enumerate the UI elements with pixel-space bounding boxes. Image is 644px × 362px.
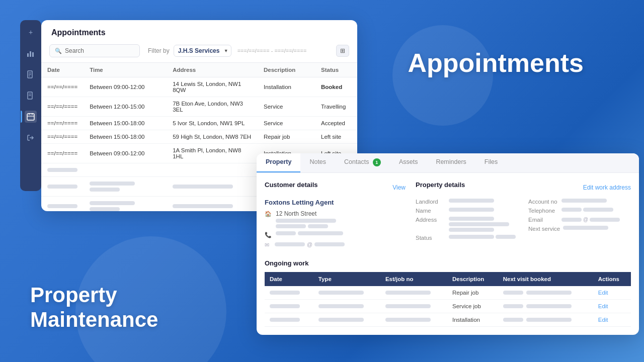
customer-address-row: 🏠 12 North Street [265, 210, 406, 228]
prop-next-service-row: Next service [528, 226, 631, 232]
cell-address: 59 High St, London, NW8 7EH [167, 130, 258, 144]
search-box[interactable]: 🔍 Search [49, 44, 140, 57]
ongoing-type [313, 313, 380, 327]
cell-address: 5 Ivor St, London, NW1 9PL [167, 117, 258, 130]
tab-notes[interactable]: Notes [300, 153, 335, 172]
customer-section: Customer details View Foxtons Letting Ag… [265, 181, 406, 251]
cell-time [84, 177, 167, 197]
status-a [449, 235, 494, 239]
ongoing-table-row: Repair job Edit [265, 286, 631, 300]
detail-body: Customer details View Foxtons Letting Ag… [257, 173, 639, 259]
customer-section-title: Customer details [265, 181, 317, 189]
ongoing-table: Date Type Est/job no Description Next vi… [265, 272, 631, 327]
cell-address: 1A Smith Pl, London, NW8 1HL [167, 144, 258, 163]
hero-line1: Property [30, 283, 158, 307]
phone-a [276, 231, 296, 235]
filter-wrapper[interactable]: J.H.S Services ▼ [174, 45, 231, 57]
cell-time [84, 163, 167, 177]
cell-address: 7B Eton Ave, London, NW3 3EL [167, 97, 258, 117]
sidebar-icon-plus[interactable]: + [25, 26, 37, 38]
ongoing-desc: Installation [447, 313, 498, 327]
prop-email-row: Email @ [528, 217, 631, 223]
ongoing-next [498, 286, 593, 300]
col-address: Address [167, 63, 258, 77]
detail-panel: Property Notes Contacts 1 Assets Reminde… [257, 153, 639, 335]
grid-view-button[interactable]: ⊞ [336, 45, 349, 57]
cell-date: ==/==/==== [41, 117, 84, 130]
svg-rect-10 [27, 114, 34, 120]
property-details-grid: Landlord Account no Name [416, 199, 631, 241]
cell-date [41, 177, 84, 197]
sidebar-icon-file[interactable] [25, 89, 37, 102]
tab-assets[interactable]: Assets [390, 153, 427, 172]
landlord-value [449, 199, 494, 203]
cell-time: Between 15:00-18:00 [84, 130, 167, 144]
ongoing-next [498, 300, 593, 313]
sidebar-icon-chart[interactable] [25, 47, 37, 59]
ongoing-type [313, 286, 380, 300]
svg-rect-0 [27, 53, 29, 57]
col-status: Status [315, 63, 357, 77]
ongoing-col-desc: Description [447, 272, 498, 286]
prop-name-row: Name [416, 208, 518, 214]
prop-status-row: Status [416, 235, 518, 241]
sidebar-icon-document[interactable] [25, 68, 37, 80]
account-no-label: Account no [528, 199, 558, 205]
table-row[interactable]: ==/==/==== Between 15:00-18:00 59 High S… [41, 130, 357, 144]
prop-telephone-row: Telephone [528, 208, 631, 214]
ongoing-action[interactable]: Edit [593, 313, 631, 327]
filter-select[interactable]: J.H.S Services [174, 45, 231, 57]
cell-date: ==/==/==== [41, 77, 84, 97]
tab-property[interactable]: Property [257, 153, 300, 172]
customer-view-link[interactable]: View [392, 184, 406, 191]
ongoing-action[interactable]: Edit [593, 286, 631, 300]
property-section-title: Property details [416, 181, 465, 189]
ongoing-action[interactable]: Edit [593, 300, 631, 313]
cell-status: Travelling [315, 97, 357, 117]
cell-date: ==/==/==== [41, 130, 84, 144]
name-label: Name [416, 208, 446, 214]
ongoing-est [380, 300, 447, 313]
cell-desc: Installation [258, 77, 315, 97]
tab-reminders[interactable]: Reminders [427, 153, 475, 172]
table-row[interactable]: ==/==/==== Between 12:00-15:00 7B Eton A… [41, 97, 357, 117]
addr-b [449, 222, 509, 226]
table-row[interactable]: ==/==/==== Between 09:00-12:00 14 Lewis … [41, 77, 357, 97]
ongoing-col-next: Next visit booked [498, 272, 593, 286]
appointments-heading: Appointments [408, 48, 584, 78]
account-value [561, 199, 607, 203]
customer-email-row: ✉ @ [265, 241, 406, 248]
phone-b [298, 231, 343, 235]
table-header-row: Date Time Address Description Status [41, 63, 357, 77]
search-icon: 🔍 [55, 48, 62, 54]
address-line2-placeholder [276, 219, 336, 223]
address-line3-a [276, 224, 306, 228]
hero-line2: Maintenance [30, 308, 158, 332]
search-text: Search [65, 47, 84, 54]
customer-name: Foxtons Letting Agent [265, 199, 406, 206]
cell-time: Between 09:00-12:00 [84, 77, 167, 97]
ongoing-date [265, 286, 313, 300]
svg-rect-2 [32, 52, 34, 57]
prop-landlord-row: Landlord [416, 199, 518, 205]
next-service-value [563, 226, 608, 230]
ongoing-desc: Repair job [447, 286, 498, 300]
tel-a [561, 208, 582, 212]
sidebar-icon-calendar[interactable] [25, 111, 37, 123]
cell-time: Between 15:00-18:00 [84, 117, 167, 130]
name-value-a [449, 208, 494, 212]
ongoing-date [265, 313, 313, 327]
cell-time [84, 197, 167, 212]
filter-label: Filter by [148, 47, 170, 54]
tab-files[interactable]: Files [475, 153, 507, 172]
cell-time: Between 09:00-12:00 [84, 144, 167, 163]
addr-c [449, 228, 494, 232]
edit-work-address-link[interactable]: Edit work address [583, 184, 631, 191]
sidebar-icon-exit[interactable] [25, 132, 37, 144]
prop-account-row: Account no [528, 199, 631, 205]
cell-date: ==/==/==== [41, 144, 84, 163]
panel-title: Appointments [41, 20, 357, 41]
tab-contacts[interactable]: Contacts 1 [335, 153, 390, 172]
table-row[interactable]: ==/==/==== Between 15:00-18:00 5 Ivor St… [41, 117, 357, 130]
contacts-badge: 1 [373, 158, 381, 166]
